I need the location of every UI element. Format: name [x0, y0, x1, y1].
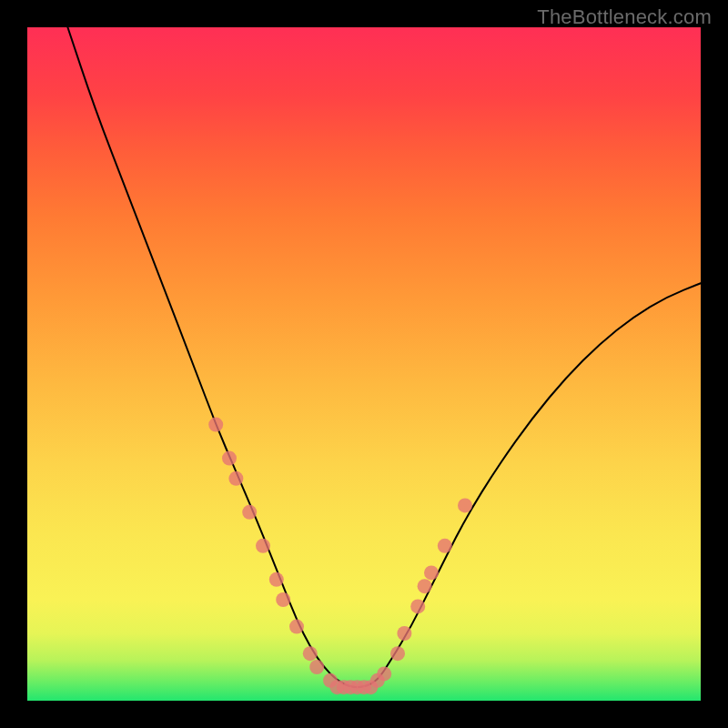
data-marker — [438, 539, 452, 553]
data-marker — [303, 646, 318, 661]
data-marker — [208, 418, 223, 432]
plot-area — [27, 27, 701, 701]
data-marker — [222, 451, 237, 466]
data-marker — [242, 505, 257, 520]
data-marker — [276, 592, 290, 607]
data-marker — [418, 579, 432, 593]
chart-container: TheBottleneck.com — [0, 0, 728, 728]
data-marker — [269, 572, 284, 587]
marker-group — [208, 418, 472, 695]
data-marker — [256, 539, 270, 553]
data-marker — [228, 471, 243, 486]
data-marker — [390, 646, 405, 661]
data-marker — [410, 599, 425, 613]
data-marker — [458, 498, 472, 512]
data-marker — [289, 620, 304, 634]
bottleneck-curve — [67, 27, 701, 687]
data-marker — [309, 660, 324, 674]
curve-svg — [27, 27, 701, 701]
data-marker — [424, 565, 439, 580]
watermark-text: TheBottleneck.com — [537, 5, 712, 29]
data-marker — [377, 666, 391, 681]
data-marker — [397, 626, 411, 641]
